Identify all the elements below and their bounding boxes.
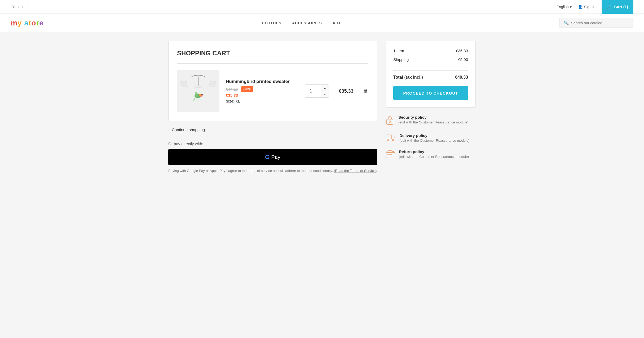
checkout-button[interactable]: PROCEED TO CHECKOUT <box>393 86 468 100</box>
cart-icon: 🛒 <box>607 5 612 9</box>
language-label: English <box>557 5 569 9</box>
contact-us-link[interactable]: Contact us <box>11 5 28 9</box>
total-price: €40.33 <box>455 75 468 80</box>
delete-item-button[interactable]: 🗑 <box>363 88 368 94</box>
item-price: €35.33 <box>336 88 357 94</box>
price-row: €44.16 -20% <box>226 86 298 92</box>
trash-icon: 🗑 <box>363 88 368 94</box>
cart-box: SHOPPING CART <box>168 41 377 121</box>
google-pay-button[interactable]: G Pay <box>168 149 377 165</box>
person-icon: 👤 <box>578 5 583 9</box>
cart-divider <box>177 63 368 64</box>
continue-shopping-label: Continue shopping <box>172 127 205 132</box>
gpay-text: Pay <box>271 154 280 160</box>
search-input[interactable] <box>571 21 629 25</box>
svg-rect-12 <box>386 135 392 139</box>
pay-directly-label: Or pay directly with: <box>168 141 377 146</box>
quantity-input[interactable] <box>305 85 321 97</box>
total-row: Total (tax incl.) €40.33 <box>393 70 468 80</box>
cart-label: Cart (1) <box>614 5 628 9</box>
nav-art[interactable]: ART <box>333 21 341 25</box>
security-icon <box>386 115 394 127</box>
security-policy-desc: (edit with the Customer Reassurance modu… <box>398 120 468 125</box>
quantity-up-button[interactable]: ▲ <box>321 85 329 91</box>
svg-point-10 <box>389 121 391 122</box>
cart-title: SHOPPING CART <box>177 50 368 57</box>
svg-point-14 <box>392 139 394 141</box>
top-bar: Contact us English ▾ 👤 Sign in 🛒 Cart (1… <box>0 0 644 14</box>
items-price: €35.33 <box>456 48 468 53</box>
main-content: SHOPPING CART <box>163 32 481 182</box>
shipping-price: €5.00 <box>458 57 468 62</box>
quantity-down-button[interactable]: ▼ <box>321 91 329 97</box>
order-summary: 1 item €35.33 Shipping €5.00 Total (tax … <box>386 41 476 160</box>
logo[interactable]: my store <box>11 19 44 27</box>
search-bar[interactable]: 🔍 <box>559 18 633 28</box>
security-policy-text: Security policy (edit with the Customer … <box>398 115 468 125</box>
sale-price: €35.33 <box>226 93 298 97</box>
summary-divider <box>393 66 468 66</box>
chevron-left-icon: ‹ <box>168 127 170 132</box>
search-icon: 🔍 <box>564 20 569 25</box>
security-policy-title: Security policy <box>398 115 468 119</box>
return-policy-desc: (edit with the Customer Reassurance modu… <box>399 154 469 159</box>
total-label: Total (tax incl.) <box>393 75 423 80</box>
cart-item: Hummingbird printed sweater €44.16 -20% … <box>177 70 368 112</box>
policy-section: Security policy (edit with the Customer … <box>386 115 476 160</box>
return-icon <box>386 150 395 160</box>
cart-button[interactable]: 🛒 Cart (1) <box>602 0 633 14</box>
terms-text: Paying with Google Pay or Apple Pay I ag… <box>168 168 377 174</box>
pay-directly-section: Or pay directly with: G Pay Paying with … <box>168 141 377 174</box>
delivery-icon <box>386 134 395 143</box>
sign-in-label: Sign in <box>584 5 596 9</box>
product-name: Hummingbird printed sweater <box>226 79 298 84</box>
svg-point-13 <box>387 139 389 141</box>
shipping-row: Shipping €5.00 <box>393 57 468 62</box>
items-label: 1 item <box>393 48 404 53</box>
delivery-policy-item: Delivery policy (edit with the Customer … <box>386 133 476 143</box>
svg-rect-9 <box>387 119 393 124</box>
nav-accessories[interactable]: ACCESSORIES <box>292 21 322 25</box>
svg-point-5 <box>199 94 201 96</box>
language-selector[interactable]: English ▾ <box>557 5 572 9</box>
summary-box: 1 item €35.33 Shipping €5.00 Total (tax … <box>386 41 476 108</box>
product-info: Hummingbird printed sweater €44.16 -20% … <box>226 79 298 103</box>
terms-link[interactable]: (Read the Terms of Service) <box>334 169 377 173</box>
cart-area: SHOPPING CART <box>168 41 377 174</box>
header: my store CLOTHES ACCESSORIES ART 🔍 <box>0 14 644 32</box>
shipping-label: Shipping <box>393 57 409 62</box>
return-policy-title: Return policy <box>399 149 469 154</box>
main-nav: CLOTHES ACCESSORIES ART <box>262 21 341 25</box>
discount-badge: -20% <box>241 86 253 92</box>
size-info: Size: XL <box>226 99 298 103</box>
language-chevron-icon: ▾ <box>570 5 572 9</box>
size-label: Size: <box>226 99 235 103</box>
security-policy-item: Security policy (edit with the Customer … <box>386 115 476 127</box>
delivery-policy-desc: (edit with the Customer Reassurance modu… <box>399 138 469 143</box>
google-g-icon: G <box>265 154 270 161</box>
return-policy-text: Return policy (edit with the Customer Re… <box>399 149 469 159</box>
nav-clothes[interactable]: CLOTHES <box>262 21 281 25</box>
delivery-policy-title: Delivery policy <box>399 133 469 138</box>
sign-in-button[interactable]: 👤 Sign in <box>578 5 596 9</box>
delivery-policy-text: Delivery policy (edit with the Customer … <box>399 133 469 143</box>
quantity-arrows: ▲ ▼ <box>321 85 329 97</box>
original-price: €44.16 <box>226 87 238 91</box>
quantity-wrapper: ▲ ▼ <box>305 84 329 98</box>
continue-shopping-link[interactable]: ‹ Continue shopping <box>168 127 377 132</box>
product-image <box>177 70 219 112</box>
items-row: 1 item €35.33 <box>393 48 468 53</box>
svg-rect-15 <box>386 153 393 158</box>
top-bar-right: English ▾ 👤 Sign in 🛒 Cart (1) <box>557 0 633 14</box>
return-policy-item: Return policy (edit with the Customer Re… <box>386 149 476 160</box>
size-value: XL <box>236 99 240 103</box>
